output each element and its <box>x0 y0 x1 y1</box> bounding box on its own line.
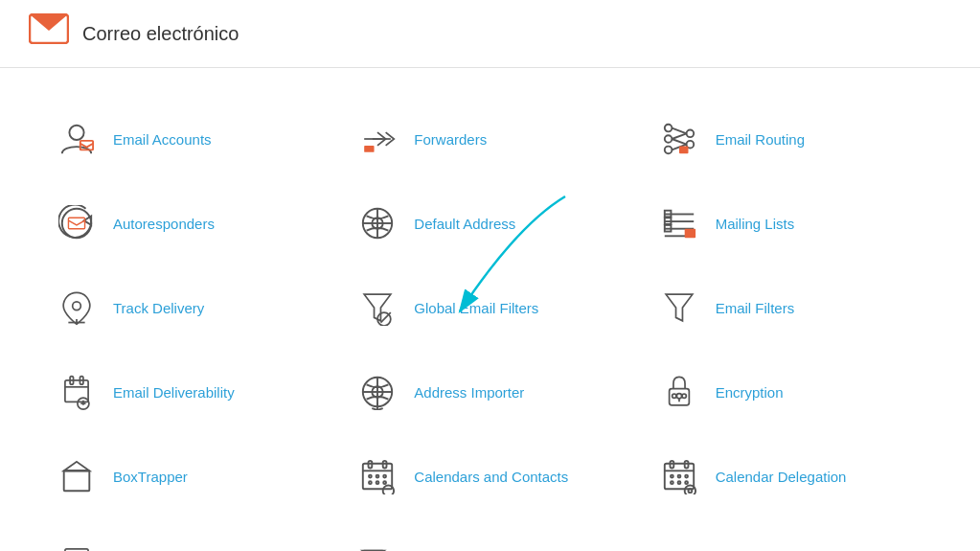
email-disk-usage-icon <box>52 536 102 551</box>
svg-point-62 <box>376 475 379 478</box>
email-disk-usage-item[interactable]: Email Disk Usage <box>38 518 339 551</box>
svg-marker-1 <box>30 14 68 31</box>
autoresponders-icon <box>52 198 102 248</box>
svg-point-63 <box>384 475 387 478</box>
email-routing-item[interactable]: Email Routing <box>641 97 942 181</box>
svg-point-74 <box>685 475 688 478</box>
svg-marker-55 <box>64 462 90 471</box>
calendar-delegation-icon <box>654 451 704 501</box>
svg-rect-70 <box>670 461 673 469</box>
svg-point-61 <box>369 475 372 478</box>
svg-point-6 <box>664 125 672 132</box>
svg-rect-54 <box>64 471 90 491</box>
svg-point-31 <box>73 302 81 310</box>
svg-line-36 <box>381 312 391 322</box>
encryption-label: Encryption <box>716 384 784 401</box>
boxtrapper-icon <box>52 451 102 501</box>
email-routing-label: Email Routing <box>716 131 805 148</box>
svg-point-52 <box>672 394 675 398</box>
calendar-delegation-item[interactable]: Calendar Delegation <box>641 434 942 518</box>
svg-point-76 <box>677 481 680 484</box>
email-filters-label: Email Filters <box>716 300 795 316</box>
svg-point-65 <box>376 481 379 484</box>
svg-rect-30 <box>684 229 695 239</box>
mailscanner-item[interactable]: MailScanner <box>339 518 640 551</box>
autoresponders-item[interactable]: Autoresponders <box>38 181 339 265</box>
email-accounts-item[interactable]: Email Accounts <box>38 97 339 181</box>
forwarders-label: Forwarders <box>414 131 487 148</box>
calendars-contacts-label: Calendars and Contacts <box>414 469 568 485</box>
email-deliverability-label: Email Deliverability <box>113 384 235 401</box>
email-deliverability-icon <box>52 367 102 417</box>
calendars-contacts-item[interactable]: Calendars and Contacts <box>339 434 640 518</box>
default-address-icon <box>353 198 402 248</box>
email-header-icon <box>29 13 69 54</box>
page-title: Correo electrónico <box>82 23 239 45</box>
svg-rect-60 <box>383 461 387 469</box>
svg-line-13 <box>672 139 686 145</box>
email-routing-icon <box>654 114 704 164</box>
svg-point-9 <box>686 130 694 138</box>
svg-point-77 <box>685 481 688 484</box>
track-delivery-icon <box>52 283 102 333</box>
email-filters-icon <box>654 283 704 333</box>
svg-point-72 <box>671 475 673 478</box>
svg-rect-59 <box>369 461 373 469</box>
encryption-icon <box>654 367 704 417</box>
svg-point-50 <box>676 394 681 399</box>
mailing-lists-label: Mailing Lists <box>716 216 795 232</box>
track-delivery-label: Track Delivery <box>113 300 204 316</box>
address-importer-icon <box>353 367 402 417</box>
svg-point-53 <box>682 394 686 398</box>
track-delivery-item[interactable]: Track Delivery <box>38 265 339 350</box>
encryption-item[interactable]: Encryption <box>641 350 942 434</box>
svg-point-64 <box>369 481 372 484</box>
boxtrapper-item[interactable]: BoxTrapper <box>38 434 339 518</box>
svg-line-12 <box>672 133 686 139</box>
svg-point-3 <box>69 126 83 140</box>
global-email-filters-label: Global Email Filters <box>414 300 538 316</box>
boxtrapper-label: BoxTrapper <box>113 469 188 485</box>
svg-marker-37 <box>666 294 693 321</box>
features-grid: Email Accounts Forwarders <box>0 68 980 551</box>
svg-point-7 <box>664 135 672 143</box>
calendar-delegation-label: Calendar Delegation <box>716 469 847 485</box>
email-filters-item[interactable]: Email Filters <box>641 265 942 350</box>
mailscanner-icon <box>353 536 402 551</box>
svg-rect-15 <box>679 147 689 154</box>
default-address-item[interactable]: Default Address <box>339 181 640 265</box>
forwarders-item[interactable]: Forwarders <box>339 97 640 181</box>
calendars-contacts-icon <box>353 451 402 501</box>
address-importer-label: Address Importer <box>414 384 524 401</box>
svg-rect-18 <box>68 218 84 228</box>
svg-point-73 <box>677 475 680 478</box>
forwarders-icon <box>353 114 402 164</box>
svg-point-75 <box>671 481 673 484</box>
address-importer-item[interactable]: Address Importer <box>339 350 640 434</box>
svg-point-8 <box>664 147 672 154</box>
svg-point-66 <box>384 481 387 484</box>
email-accounts-label: Email Accounts <box>113 131 212 148</box>
svg-point-79 <box>688 489 692 493</box>
global-email-filters-item[interactable]: Global Email Filters <box>339 265 640 350</box>
page-header: Correo electrónico <box>0 0 980 68</box>
mailing-lists-icon <box>654 198 704 248</box>
svg-rect-71 <box>684 461 688 469</box>
autoresponders-label: Autoresponders <box>113 216 215 232</box>
email-accounts-icon <box>52 114 102 164</box>
global-email-filters-icon <box>353 283 402 333</box>
mailing-lists-item[interactable]: Mailing Lists <box>641 181 942 265</box>
svg-line-11 <box>672 128 686 134</box>
svg-rect-5 <box>365 146 375 152</box>
default-address-label: Default Address <box>414 216 515 232</box>
email-deliverability-item[interactable]: Email Deliverability <box>38 350 339 434</box>
